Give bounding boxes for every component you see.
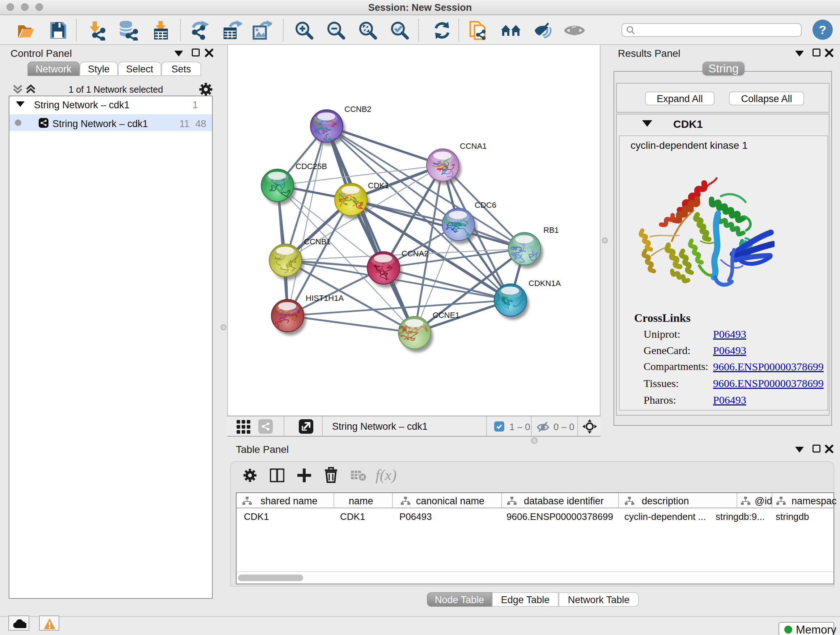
svg-text:CCNA1: CCNA1 [460, 141, 487, 150]
svg-text:HIST1H1A: HIST1H1A [306, 294, 344, 302]
svg-text:CDC25B: CDC25B [295, 162, 327, 171]
svg-text:CDKN1A: CDKN1A [529, 279, 561, 288]
svg-text:CCNE1: CCNE1 [433, 310, 460, 320]
svg-text:CCNB1: CCNB1 [304, 237, 331, 246]
svg-text:CDC6: CDC6 [475, 201, 496, 210]
svg-text:RB1: RB1 [543, 226, 559, 234]
svg-text:CDK1: CDK1 [368, 181, 389, 190]
svg-text:CCNB2: CCNB2 [344, 105, 371, 114]
svg-text:CCNA2: CCNA2 [401, 249, 429, 258]
